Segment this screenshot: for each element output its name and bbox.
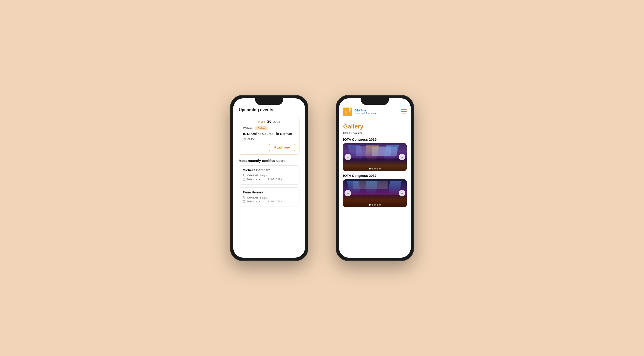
read-more-button[interactable]: Read more	[269, 144, 295, 151]
user-location-text-1: IOTA LMS, Belgium	[247, 196, 269, 199]
carousel-dots-2017	[369, 204, 381, 206]
svg-text:+: +	[350, 109, 350, 110]
user-card-1: Tania Herrera IOTA LMS, Belgium	[239, 188, 300, 207]
svg-text:IOTA: IOTA	[345, 111, 350, 113]
svg-rect-17	[401, 113, 407, 113]
certified-title: Most recently certified users	[239, 159, 300, 162]
breadcrumb-separator: /	[351, 131, 352, 134]
location-icon-user1	[243, 196, 246, 199]
dot-1[interactable]	[372, 168, 373, 169]
event-card: NOV 26 2023 Webinar Online IOTA Online C…	[239, 116, 300, 154]
event-day: 26	[267, 119, 272, 124]
location-icon	[243, 137, 246, 141]
svg-point-6	[244, 197, 244, 198]
carousel-2017: ← →	[343, 180, 407, 207]
phone-2-content: IOTA + IOTA Plus Ultrasound Education	[339, 98, 411, 258]
upcoming-events-title: Upcoming events	[239, 108, 300, 112]
gallery-heading: Gallery	[343, 123, 407, 130]
carousel-prev-2019[interactable]: ←	[344, 154, 351, 160]
phone-2: IOTA + IOTA Plus Ultrasound Education	[336, 95, 414, 261]
dot-2017-4[interactable]	[379, 204, 381, 206]
congress-2017-title: IOTA Congress 2017	[343, 174, 407, 177]
carousel-2019: ← →	[343, 143, 407, 171]
exam-label-1: Date of exam:	[247, 200, 263, 203]
breadcrumb: Home / Gallery	[343, 131, 407, 134]
user-exam-date-0: Date of exam: 19 / 07 / 2023	[243, 178, 296, 181]
carousel-dots-2019	[369, 168, 381, 169]
dot-2017-3[interactable]	[377, 204, 378, 206]
user-location-0: IOTA LMS, Belgium	[243, 174, 296, 177]
user-exam-date-1: Date of exam: 16 / 07 / 2023	[243, 200, 296, 203]
dot-2017-1[interactable]	[372, 204, 373, 206]
exam-date-1: 16 / 07 / 2023	[266, 200, 282, 203]
dot-0[interactable]	[369, 168, 371, 169]
tag-online: Online	[255, 126, 268, 130]
event-location-text: online	[248, 137, 255, 141]
notch-2	[361, 98, 389, 105]
user-name-0: Michelle Barnhart	[243, 168, 296, 172]
calendar-icon-1	[243, 200, 246, 203]
event-title: IOTA Online Course - in German	[243, 132, 295, 136]
user-card-0: Michelle Barnhart IOTA LMS, Belgium	[239, 165, 300, 185]
svg-rect-16	[401, 111, 407, 112]
calendar-icon-0	[243, 178, 246, 181]
event-date: NOV 26 2023	[243, 119, 295, 124]
logo-area: IOTA + IOTA Plus Ultrasound Education	[343, 108, 376, 116]
congress-image-2019	[343, 143, 407, 171]
iota-logo-icon: IOTA +	[343, 108, 352, 116]
user-location-text-0: IOTA LMS, Belgium	[247, 174, 269, 177]
event-month: NOV	[258, 120, 266, 123]
event-location: online	[243, 137, 295, 141]
congress-image-2017	[343, 180, 407, 207]
svg-point-1	[244, 175, 244, 175]
dot-2017-0[interactable]	[369, 204, 371, 206]
exam-date-0: 19 / 07 / 2023	[266, 178, 282, 181]
phone-2-screen: IOTA + IOTA Plus Ultrasound Education	[339, 98, 411, 258]
notch-1	[255, 98, 283, 105]
user-location-1: IOTA LMS, Belgium	[243, 196, 296, 199]
logo-text: IOTA Plus Ultrasound Education	[354, 109, 376, 115]
hamburger-menu-icon[interactable]	[401, 109, 407, 115]
svg-rect-2	[243, 178, 246, 181]
breadcrumb-current: Gallery	[353, 131, 362, 134]
breadcrumb-home[interactable]: Home	[343, 131, 350, 134]
event-year: 2023	[273, 120, 280, 123]
carousel-prev-2017[interactable]: ←	[344, 190, 351, 197]
tag-webinar: Webinar	[243, 127, 253, 130]
svg-rect-7	[243, 200, 246, 203]
exam-label-0: Date of exam:	[247, 178, 263, 181]
logo-sub: Ultrasound Education	[354, 112, 376, 115]
gallery-body: Gallery Home / Gallery IOTA Congress 201…	[339, 119, 411, 258]
dot-2017-2[interactable]	[374, 204, 376, 206]
user-name-1: Tania Herrera	[243, 191, 296, 194]
carousel-next-2017[interactable]: →	[399, 190, 405, 197]
congress-section-2017: IOTA Congress 2017 ← →	[343, 174, 407, 207]
dot-2[interactable]	[374, 168, 376, 169]
location-icon-user0	[243, 174, 246, 177]
svg-point-0	[244, 138, 245, 139]
event-tags: Webinar Online	[243, 126, 295, 130]
congress-2019-title: IOTA Congress 2019	[343, 137, 407, 141]
dot-3[interactable]	[377, 168, 378, 169]
phone-1: Upcoming events NOV 26 2023 Webinar Onli…	[230, 95, 308, 261]
dot-4[interactable]	[379, 168, 381, 169]
phone-1-content: Upcoming events NOV 26 2023 Webinar Onli…	[233, 98, 305, 258]
congress-section-2019: IOTA Congress 2019 ← →	[343, 137, 407, 171]
carousel-next-2019[interactable]: →	[399, 154, 405, 160]
logo-name: IOTA Plus	[354, 109, 376, 112]
svg-rect-15	[401, 109, 407, 110]
phone-1-screen: Upcoming events NOV 26 2023 Webinar Onli…	[233, 98, 305, 258]
